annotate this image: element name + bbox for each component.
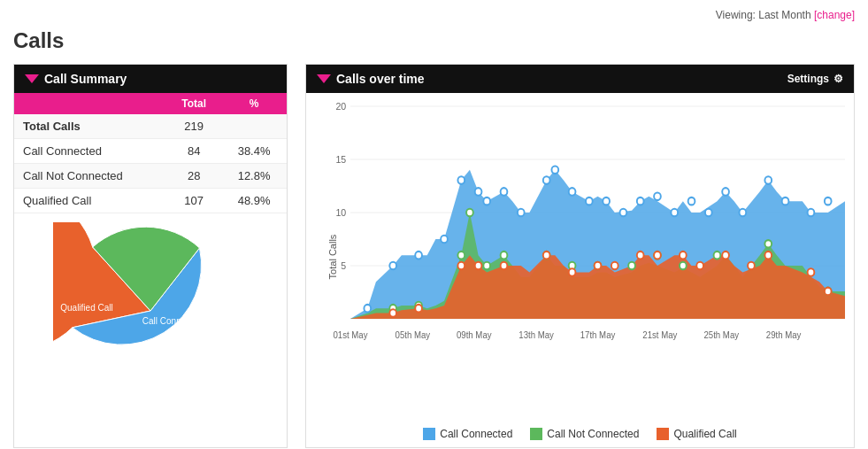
svg-point-17 — [475, 188, 482, 196]
row-total: 84 — [166, 139, 221, 164]
svg-point-63 — [654, 252, 661, 259]
row-total: 107 — [166, 189, 221, 213]
svg-point-49 — [680, 262, 687, 270]
calls-over-time-panel: Calls over time Settings ⚙ Total Calls 2… — [305, 64, 855, 448]
svg-point-59 — [569, 268, 576, 276]
table-row: Total Calls 219 — [14, 114, 287, 139]
pie-label-qualified: Qualified Call — [60, 303, 112, 313]
svg-point-60 — [595, 262, 602, 270]
svg-point-31 — [705, 209, 712, 217]
calls-over-time-header: Calls over time Settings ⚙ — [306, 65, 854, 93]
svg-point-30 — [688, 197, 695, 205]
row-pct: 12.8% — [221, 164, 287, 189]
row-label: Call Connected — [14, 139, 166, 164]
svg-point-36 — [808, 209, 815, 217]
svg-point-37 — [825, 197, 832, 205]
svg-point-14 — [415, 252, 422, 259]
svg-point-33 — [739, 209, 746, 217]
row-pct: 38.4% — [221, 139, 287, 164]
svg-point-67 — [748, 262, 755, 270]
row-pct: 48.9% — [221, 189, 287, 213]
pie-chart-container: Call Connected Call Not Connected Qualif… — [14, 213, 287, 408]
pie-label-not-connected: Call Not Connected — [64, 360, 141, 370]
svg-text:21st May: 21st May — [642, 330, 678, 341]
svg-point-65 — [696, 262, 703, 270]
svg-point-70 — [825, 288, 832, 296]
svg-point-18 — [483, 197, 490, 205]
svg-point-57 — [501, 262, 508, 270]
table-row: Call Not Connected 28 12.8% — [14, 164, 287, 189]
row-label: Qualified Call — [14, 189, 166, 213]
svg-point-62 — [637, 252, 644, 259]
col-header-label — [14, 93, 166, 114]
line-chart: 20 15 10 5 — [350, 106, 845, 372]
svg-point-20 — [518, 209, 525, 217]
svg-text:09th May: 09th May — [457, 330, 492, 341]
y-axis-label: Total Calls — [327, 235, 338, 280]
svg-point-56 — [475, 262, 482, 270]
summary-table: Total % Total Calls 219 Call Connected 8… — [14, 93, 287, 213]
legend-item-connected: Call Connected — [423, 428, 512, 440]
legend-color-qualified — [657, 428, 669, 440]
svg-point-53 — [389, 309, 396, 317]
svg-point-25 — [603, 197, 610, 205]
svg-point-28 — [654, 193, 661, 201]
table-row: Qualified Call 107 48.9% — [14, 189, 287, 213]
svg-text:5: 5 — [341, 260, 346, 272]
svg-point-42 — [483, 262, 490, 270]
svg-text:05th May: 05th May — [396, 330, 431, 341]
svg-point-40 — [457, 252, 465, 259]
viewing-label: Viewing: — [716, 9, 756, 21]
svg-point-47 — [628, 262, 635, 270]
row-label: Call Not Connected — [14, 164, 166, 189]
row-label: Total Calls — [14, 114, 166, 139]
change-link[interactable]: [change] — [814, 9, 855, 21]
call-summary-header: Call Summary — [14, 65, 287, 93]
svg-text:29th May: 29th May — [766, 330, 802, 341]
svg-point-50 — [714, 252, 721, 259]
svg-point-12 — [364, 305, 371, 313]
svg-text:01st May: 01st May — [333, 330, 368, 341]
svg-point-27 — [637, 197, 644, 205]
svg-point-68 — [764, 252, 772, 259]
svg-point-32 — [722, 188, 729, 196]
pie-label-connected: Call Connected — [142, 316, 203, 326]
legend-item-not-connected: Call Not Connected — [530, 428, 639, 440]
settings-button[interactable]: Settings ⚙ — [787, 73, 843, 85]
row-total: 28 — [166, 164, 221, 189]
svg-point-55 — [457, 262, 465, 270]
svg-point-41 — [466, 209, 473, 217]
top-bar: Viewing: Last Month [change] — [13, 9, 855, 21]
svg-point-69 — [808, 268, 815, 276]
svg-point-34 — [764, 176, 772, 184]
svg-point-64 — [680, 252, 687, 259]
svg-point-61 — [611, 262, 618, 270]
svg-point-15 — [441, 236, 448, 244]
row-pct — [221, 114, 287, 139]
svg-point-16 — [457, 176, 465, 184]
chart-area: Total Calls 20 15 10 5 — [306, 93, 854, 421]
svg-point-13 — [389, 262, 396, 270]
legend-color-not-connected — [530, 428, 542, 440]
svg-point-51 — [764, 240, 772, 248]
svg-point-23 — [569, 188, 576, 196]
row-total: 219 — [166, 114, 221, 139]
svg-point-24 — [586, 197, 593, 205]
svg-point-35 — [782, 197, 789, 205]
svg-text:15: 15 — [335, 154, 346, 166]
legend-color-connected — [423, 428, 435, 440]
svg-point-26 — [620, 209, 627, 217]
svg-text:20: 20 — [335, 101, 346, 112]
table-row: Call Connected 84 38.4% — [14, 139, 287, 164]
svg-point-66 — [722, 252, 729, 259]
svg-point-54 — [415, 305, 422, 313]
svg-point-19 — [501, 188, 508, 196]
svg-text:10: 10 — [335, 207, 346, 219]
page-title: Calls — [13, 28, 855, 53]
svg-point-22 — [551, 166, 558, 174]
main-content: Call Summary Total % Total Calls 219 Cal… — [13, 64, 855, 448]
col-header-total: Total — [166, 93, 221, 114]
svg-text:17th May: 17th May — [580, 330, 616, 341]
call-summary-panel: Call Summary Total % Total Calls 219 Cal… — [13, 64, 288, 448]
legend-item-qualified: Qualified Call — [657, 428, 736, 440]
